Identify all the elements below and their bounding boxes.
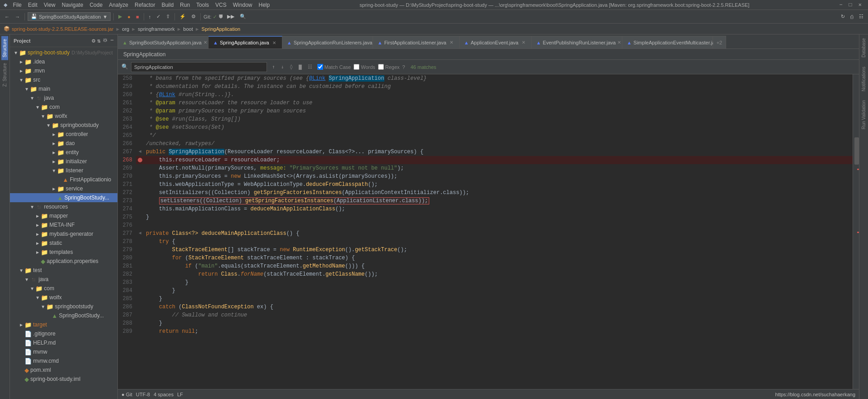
tree-service[interactable]: ► 📁 service xyxy=(10,184,117,193)
breakpoint-268[interactable] xyxy=(138,158,142,162)
settings-icon[interactable]: ⚙ xyxy=(92,37,96,44)
tree-testjava[interactable]: ▼ ◾ java xyxy=(10,275,117,284)
tree-pom[interactable]: ◆ pom.xml xyxy=(10,365,117,375)
tree-testwolfx[interactable]: ▼ 📁 wolfx xyxy=(10,293,117,302)
tree-mvnwcmd[interactable]: 📄 mvnw.cmd xyxy=(10,356,117,365)
search-highlight[interactable]: ▇ xyxy=(296,63,304,71)
breadcrumb-org[interactable]: org xyxy=(122,26,129,32)
menu-file[interactable]: File xyxy=(10,1,24,9)
tree-templates[interactable]: ► 📁 templates xyxy=(10,248,117,257)
sync-btn[interactable]: ↻ xyxy=(839,13,847,20)
stop-btn[interactable]: ■ xyxy=(134,13,141,20)
tab-eventpublishing[interactable]: ▲ EventPublishingRunListener.java ✕ xyxy=(532,36,622,49)
tree-entity[interactable]: ► 📁 entity xyxy=(10,148,117,157)
tree-main[interactable]: ▼ 📁 main xyxy=(10,84,117,93)
tab-firstlistener[interactable]: ▲ FirstApplicationListener.java ✕ xyxy=(373,36,460,49)
regex-checkbox[interactable] xyxy=(378,64,384,70)
gear-icon[interactable]: ⛭ xyxy=(102,37,108,44)
regex-label[interactable]: Regex xyxy=(385,64,400,70)
tree-static[interactable]: ► 📁 static xyxy=(10,238,117,248)
menu-edit[interactable]: Edit xyxy=(25,1,40,9)
matchcase-label[interactable]: Match Case xyxy=(325,64,351,70)
notifications-tab[interactable]: Notifications xyxy=(860,65,867,93)
tab-appevent[interactable]: ▲ ApplicationEvent.java ✕ xyxy=(460,36,532,49)
tab-close-3[interactable]: ✕ xyxy=(448,39,455,46)
settings-btn[interactable]: ⚙ xyxy=(189,13,198,20)
tab-close-4[interactable]: ✕ xyxy=(520,39,527,46)
menu-code[interactable]: Code xyxy=(87,1,106,9)
menu-run[interactable]: Run xyxy=(177,1,193,9)
tree-test[interactable]: ▼ 📁 test xyxy=(10,266,117,275)
build-btn[interactable]: ⚡ xyxy=(178,13,188,20)
tree-testcom[interactable]: ▼ 📁 com xyxy=(10,284,117,293)
run-config-btn[interactable]: ▶▶ xyxy=(225,13,236,20)
menu-analyze[interactable]: Analyze xyxy=(106,1,131,9)
forward-btn[interactable]: → xyxy=(13,13,22,20)
minimize-btn[interactable]: − xyxy=(836,1,845,9)
tree-dao[interactable]: ► 📁 dao xyxy=(10,139,117,148)
menu-vcs[interactable]: VCS xyxy=(213,1,229,9)
tree-testspring[interactable]: ▼ 📁 springbootstudy xyxy=(10,302,117,311)
tree-springbootstudy[interactable]: ▼ 📁 springbootstudy xyxy=(10,121,117,130)
words-label[interactable]: Words xyxy=(361,64,375,70)
z-structure-tab[interactable]: Z: Structure xyxy=(1,60,8,89)
tree-meta[interactable]: ► 📁 META-INF xyxy=(10,220,117,229)
words-checkbox[interactable] xyxy=(354,64,359,70)
sync-icon[interactable]: ⇅ xyxy=(97,37,101,44)
tree-resources[interactable]: ▼ ◾ resources xyxy=(10,202,117,211)
tab-more[interactable]: +2 xyxy=(713,36,727,49)
tree-first-app[interactable]: ▲ FirstApplicationio xyxy=(10,175,117,184)
tab-springapplication[interactable]: ▲ SpringApplication.java ✕ xyxy=(209,36,282,49)
menu-build[interactable]: Build xyxy=(159,1,176,9)
code-editor[interactable]: 258 * beans from the specified primary s… xyxy=(118,74,853,389)
menu-navigate[interactable]: Navigate xyxy=(59,1,86,9)
power-btn[interactable]: ⎙ xyxy=(849,13,855,20)
search-everywhere-btn[interactable]: 🔍 xyxy=(238,13,248,20)
git-commit-btn[interactable]: ✓ xyxy=(155,13,162,20)
tree-idea[interactable]: ► 📁 .idea xyxy=(10,57,117,66)
tab-close-5[interactable]: ✕ xyxy=(617,39,621,46)
run-btn[interactable]: ▶ xyxy=(116,13,124,20)
search-input[interactable] xyxy=(134,64,264,70)
run-validation-tab[interactable]: Run Validation xyxy=(860,98,867,131)
git-update-btn[interactable]: ↑ xyxy=(147,13,153,20)
breadcrumb-class[interactable]: SpringApplication xyxy=(202,26,241,32)
tree-mvnw[interactable]: 📄 mvnw xyxy=(10,347,117,356)
breadcrumb-jar[interactable]: spring-boot-study-2.2.5.RELEASE-sources.… xyxy=(12,26,113,32)
git-push-btn[interactable]: ⇧ xyxy=(164,13,172,20)
tab-close-1[interactable]: ✕ xyxy=(271,39,277,46)
search-prev[interactable]: ↑ xyxy=(270,63,277,71)
tree-com[interactable]: ▼ 📁 com xyxy=(10,102,117,112)
collapse-icon[interactable]: − xyxy=(110,37,114,44)
tab-runlisteners[interactable]: ▲ SpringApplicationRunListeners.java ✕ xyxy=(282,36,373,49)
tree-mapper[interactable]: ► 📁 mapper xyxy=(10,211,117,220)
tree-root[interactable]: ▼ 📁 spring-boot-study D:\MyStudyProject xyxy=(10,48,117,57)
layout-btn[interactable]: ☷ xyxy=(857,13,865,20)
menu-tools[interactable]: Tools xyxy=(194,1,212,9)
search-filter[interactable]: ☷ xyxy=(305,63,315,71)
menu-view[interactable]: View xyxy=(41,1,58,9)
tree-listener[interactable]: ▼ 📁 listener xyxy=(10,166,117,175)
tree-testsbm[interactable]: ▲ SpringBootStudy... xyxy=(10,311,117,320)
tree-wolfx[interactable]: ▼ 📁 wolfx xyxy=(10,112,117,121)
structure-tab[interactable]: Structure xyxy=(1,36,8,60)
tree-gitignore[interactable]: 📄 .gitignore xyxy=(10,329,117,338)
tree-target[interactable]: ► 📁 target xyxy=(10,320,117,329)
menu-refactor[interactable]: Refactor xyxy=(132,1,158,9)
tab-springbootstudyapplication[interactable]: ▲ SpringBootStudyApplication.java ✕ xyxy=(118,36,209,49)
menu-window[interactable]: Window xyxy=(230,1,255,9)
tree-controller[interactable]: ► 📁 controller xyxy=(10,130,117,139)
tab-close-0[interactable]: ✕ xyxy=(204,39,207,46)
tree-appprops[interactable]: ◆ application.properties xyxy=(10,257,117,266)
matchcase-checkbox[interactable] xyxy=(317,64,323,70)
back-btn[interactable]: ← xyxy=(3,13,11,20)
scroll-thumb[interactable] xyxy=(854,137,859,165)
database-tab[interactable]: Database xyxy=(860,36,867,59)
tree-initializer[interactable]: ► 📁 initializer xyxy=(10,157,117,166)
breadcrumb-springframework[interactable]: springframework xyxy=(138,26,175,32)
tree-src[interactable]: ▼ 📁 src xyxy=(10,75,117,84)
menu-help[interactable]: Help xyxy=(256,1,272,9)
tree-springbootmain[interactable]: ▲ SpringBootStudy... xyxy=(10,193,117,202)
tab-simplemulticaster[interactable]: ▲ SimpleApplicationEventMulticaster.java… xyxy=(622,36,713,49)
tree-java[interactable]: ▼ ◾ java xyxy=(10,93,117,102)
